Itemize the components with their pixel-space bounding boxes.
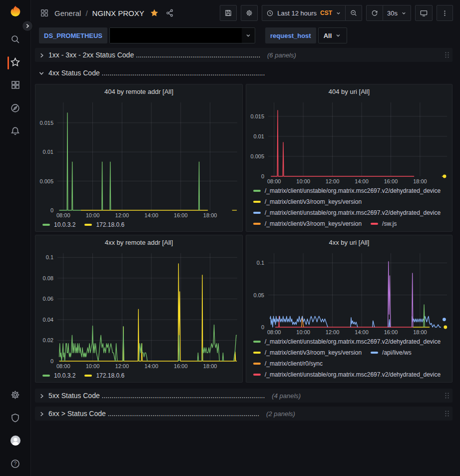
sidebar-item-help[interactable]: ?	[0, 453, 31, 476]
row-header-4xx[interactable]: 4xx Status Code ........................…	[35, 66, 453, 80]
svg-text:16:00: 16:00	[384, 178, 398, 184]
legend-series-swatch	[253, 352, 261, 354]
row-title: 5xx Status Code ........................…	[48, 392, 265, 400]
legend-item[interactable]: 10.0.3.2	[42, 221, 75, 229]
zoom-out-button[interactable]	[346, 5, 362, 21]
svg-text:08:00: 08:00	[267, 178, 281, 184]
row-title: 6xx > Status Code ......................…	[48, 410, 259, 418]
legend: /_matrix/client/unstable/org.matrix.msc2…	[246, 336, 452, 382]
svg-text:0.08: 0.08	[43, 275, 53, 281]
svg-text:0: 0	[261, 173, 264, 179]
help-icon: ?	[10, 459, 20, 471]
gear-icon	[10, 390, 20, 402]
legend-series-swatch	[253, 223, 261, 225]
legend-series-label: /sw.js	[382, 220, 397, 227]
row-header-6xx[interactable]: 6xx > Status Code ......................…	[35, 407, 453, 421]
legend-item[interactable]: /_matrix/client/r0/sync	[253, 360, 323, 368]
time-range-picker[interactable]: Last 12 hours CST	[262, 5, 346, 21]
legend: /_matrix/client/unstable/org.matrix.msc2…	[246, 185, 452, 231]
legend-item[interactable]: /_matrix/client/unstable/org.matrix.msc2…	[253, 371, 441, 379]
panel-4xx-by-remote-addr: 4xx by remote addr [All] 08:0010:0012:00…	[35, 235, 243, 383]
legend-item[interactable]: 172.18.0.6	[84, 221, 124, 229]
legend-item[interactable]: /_matrix/client/unstable/org.matrix.msc2…	[253, 338, 441, 346]
svg-text:?: ?	[14, 461, 17, 467]
svg-text:16:00: 16:00	[174, 363, 188, 369]
svg-text:0.015: 0.015	[39, 120, 53, 126]
svg-text:14:00: 14:00	[144, 363, 158, 369]
legend-item[interactable]: /_matrix/client/unstable/org.matrix.msc2…	[253, 209, 441, 217]
panel-title[interactable]: 404 by remote addr [All]	[35, 84, 242, 99]
dashboard-title[interactable]: NGINX PROXY	[92, 9, 144, 17]
legend-item[interactable]: /_matrix/client/v3/room_keys/version	[253, 349, 362, 357]
row-title: 4xx Status Code ........................…	[48, 69, 265, 77]
row-drag-handle[interactable]	[445, 51, 450, 60]
panel-title[interactable]: 404 by uri [All]	[246, 84, 452, 99]
dashboard-variables-row: DS_PROMETHEUS request_host All	[31, 26, 460, 45]
legend-item[interactable]: /_matrix/client/v3/room_keys/version	[253, 198, 362, 206]
svg-text:14:00: 14:00	[144, 212, 158, 218]
save-dashboard-button[interactable]	[220, 5, 237, 21]
toolbar-actions: Last 12 hours CST 30s	[220, 5, 453, 21]
sidebar-item-dashboards[interactable]	[0, 74, 31, 97]
legend: 10.0.3.2172.18.0.6	[35, 219, 242, 231]
row-panel-count: (4 panels)	[272, 392, 301, 400]
svg-text:16:00: 16:00	[384, 329, 398, 335]
dashboard-settings-button[interactable]	[241, 5, 258, 21]
sidebar-item-starred[interactable]	[0, 51, 31, 74]
timeseries-chart[interactable]: 08:0010:0012:0014:0016:0018:0000.050.1	[246, 250, 452, 336]
svg-text:16:00: 16:00	[174, 212, 188, 218]
svg-text:0.1: 0.1	[257, 260, 264, 266]
breadcrumb-section[interactable]: General	[54, 9, 81, 17]
chevron-right-icon	[39, 52, 44, 58]
legend-item[interactable]: 10.0.3.2	[42, 372, 75, 380]
sidebar-item-profile[interactable]	[0, 430, 31, 453]
sidebar-item-explore[interactable]	[0, 97, 31, 120]
chevron-down-icon	[39, 70, 44, 76]
chevron-down-icon	[332, 32, 345, 38]
sidebar-item-configuration[interactable]	[0, 384, 31, 407]
svg-text:0.01: 0.01	[254, 133, 264, 139]
sidebar: ?	[0, 0, 31, 476]
sidebar-item-search[interactable]	[0, 28, 31, 51]
legend-series-label: /_matrix/client/unstable/org.matrix.msc2…	[265, 371, 441, 378]
kebab-menu-button[interactable]	[437, 5, 453, 21]
sidebar-item-server-admin[interactable]	[0, 407, 31, 430]
refresh-button[interactable]	[366, 5, 383, 21]
sidebar-expand-button[interactable]	[22, 20, 33, 31]
dashboards-grid-icon	[10, 80, 20, 92]
variable-value-datasource[interactable]	[109, 27, 255, 43]
favorite-star-icon[interactable]	[149, 7, 160, 18]
variable-label-datasource[interactable]: DS_PROMETHEUS	[39, 27, 107, 43]
legend-series-swatch	[371, 352, 378, 354]
sidebar-item-alerting[interactable]	[0, 120, 31, 143]
row-drag-handle[interactable]	[445, 410, 450, 419]
apps-grid-icon[interactable]	[39, 7, 50, 18]
timeseries-chart[interactable]: 08:0010:0012:0014:0016:0018:0000.0050.01…	[246, 99, 452, 185]
variable-value-request-host[interactable]: All	[318, 27, 348, 43]
variable-label-request-host[interactable]: request_host	[265, 27, 316, 43]
svg-text:08:00: 08:00	[56, 363, 70, 369]
legend-item[interactable]: /api/live/ws	[371, 349, 412, 357]
grafana-logo[interactable]	[8, 4, 23, 21]
panel-title[interactable]: 4xx by remote addr [All]	[35, 235, 242, 250]
share-icon[interactable]	[164, 7, 175, 18]
timeseries-chart[interactable]: 08:0010:0012:0014:0016:0018:0000.0050.01…	[35, 99, 242, 219]
legend-item[interactable]: /sw.js	[371, 220, 397, 228]
timeseries-chart[interactable]: 08:0010:0012:0014:0016:0018:0000.020.040…	[35, 250, 242, 370]
svg-text:0.02: 0.02	[43, 337, 53, 343]
legend-item[interactable]: /_matrix/client/unstable/org.matrix.msc2…	[253, 187, 441, 195]
row-drag-handle[interactable]	[445, 392, 450, 401]
row-header-1xx-3xx-2xx[interactable]: 1xx - 3xx - 2xx Status Code ............…	[35, 48, 453, 62]
svg-text:0.06: 0.06	[43, 296, 53, 302]
legend-item[interactable]: /_matrix/client/v3/room_keys/version	[253, 220, 362, 228]
panel-404-by-uri: 404 by uri [All] 08:0010:0012:0014:0016:…	[246, 84, 453, 232]
panel-404-by-remote-addr: 404 by remote addr [All] 08:0010:0012:00…	[35, 84, 243, 232]
legend-item[interactable]: 172.18.0.6	[84, 372, 124, 380]
row-panel-count: (6 panels)	[267, 51, 296, 59]
panel-title[interactable]: 4xx by uri [All]	[246, 235, 452, 250]
refresh-interval-picker[interactable]: 30s	[383, 5, 411, 21]
active-indicator	[7, 56, 9, 69]
row-header-5xx[interactable]: 5xx Status Code ........................…	[35, 389, 453, 403]
tv-mode-button[interactable]	[415, 5, 433, 21]
request-host-value: All	[324, 32, 332, 39]
